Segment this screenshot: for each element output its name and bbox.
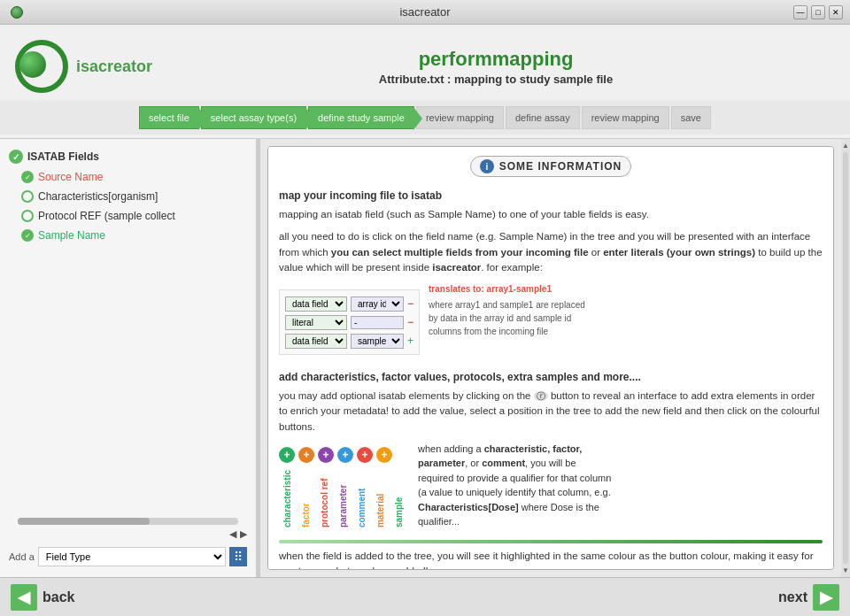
- field-type-2[interactable]: literal: [285, 315, 347, 330]
- tree-item-protocol-ref[interactable]: Protocol REF (sample collect: [0, 206, 256, 226]
- section1-text: mapping an isatab field (such as Sample …: [279, 207, 823, 222]
- step-save[interactable]: save: [671, 106, 711, 129]
- next-arrow-icon: ▶: [813, 584, 839, 611]
- r-button[interactable]: ⓡ: [534, 391, 548, 401]
- window-controls: — □ ✕: [793, 5, 843, 19]
- step-review-mapping-2[interactable]: review mapping: [582, 106, 669, 129]
- gradient-divider: [279, 540, 823, 543]
- sidebar-header: ✓ ISATAB Fields: [0, 146, 256, 167]
- field-diagram: data field array id − literal −: [279, 289, 420, 355]
- material-label: material: [372, 468, 389, 529]
- app-header: isacreator performmapping Attribute.txt …: [0, 25, 850, 139]
- step-define-study[interactable]: define study sample: [308, 106, 414, 129]
- close-button[interactable]: ✕: [829, 5, 843, 19]
- sidebar-header-label: ISATAB Fields: [27, 150, 99, 163]
- field-minus-1[interactable]: −: [407, 296, 413, 312]
- field-val-1[interactable]: array id: [351, 296, 404, 312]
- protocol-btn[interactable]: +: [357, 447, 373, 463]
- right-scrollbar[interactable]: ▲ ▼: [841, 139, 850, 577]
- parameter-label: parameter: [335, 468, 352, 529]
- field-minus-2[interactable]: −: [407, 314, 413, 330]
- comment-label: comment: [353, 468, 370, 529]
- add-columns-button[interactable]: ⠿: [229, 547, 247, 566]
- factor-label: factor: [298, 468, 314, 529]
- protocol-ref-icon: [21, 210, 34, 222]
- characteristics-icon: [21, 190, 34, 203]
- app-container: isacreator performmapping Attribute.txt …: [0, 25, 850, 616]
- logo-text-label: isacreator: [76, 58, 152, 75]
- next-label: next: [778, 589, 808, 605]
- step-label: define assay: [515, 112, 570, 123]
- step-label: review mapping: [591, 112, 660, 123]
- parameter-btn[interactable]: +: [318, 447, 334, 463]
- back-label: back: [42, 589, 74, 605]
- add-label: Add a: [9, 551, 35, 562]
- color-buttons-column: + + + + + + characteristic factor: [279, 442, 407, 533]
- sample-btn[interactable]: +: [279, 447, 295, 463]
- scroll-right-arrow[interactable]: ▶: [240, 528, 247, 540]
- info-box-header: i SOME INFORMATION: [470, 156, 631, 177]
- sidebar-btn-group: ⠿: [229, 547, 247, 566]
- step-label: select assay type(s): [211, 112, 297, 123]
- protocol-ref-label: Protocol REF (sample collect: [38, 210, 175, 222]
- field-row-3: data field sample id +: [285, 333, 413, 349]
- step-select-assay[interactable]: select assay type(s): [201, 106, 306, 129]
- tree-item-characteristics[interactable]: Characteristics[organism]: [0, 187, 256, 206]
- section2-title: add characteristics, factor values, prot…: [279, 369, 823, 385]
- field-literal-1[interactable]: [351, 316, 404, 329]
- sidebar-scrollbar-thumb: [18, 518, 150, 525]
- step-review-mapping-1[interactable]: review mapping: [416, 106, 504, 129]
- field-val-3[interactable]: sample id: [351, 334, 404, 349]
- scroll-left-arrow[interactable]: ◀: [229, 528, 236, 540]
- window-close-dot[interactable]: [11, 6, 23, 19]
- header-center: performmapping Attribute.txt : mapping t…: [152, 48, 839, 86]
- material-btn[interactable]: +: [298, 447, 314, 463]
- step-select-file[interactable]: select file: [139, 106, 199, 129]
- vertical-labels: characteristic factor protocol ref param…: [279, 468, 407, 529]
- step-define-assay[interactable]: define assay: [506, 106, 580, 129]
- field-plus-3[interactable]: +: [407, 333, 413, 349]
- info-content: map your incoming file to isatab mapping…: [279, 188, 823, 570]
- back-arrow-icon: ◀: [11, 584, 37, 611]
- sample-name-label: Sample Name: [38, 229, 105, 242]
- step-label: save: [681, 112, 701, 123]
- sidebar: ✓ ISATAB Fields ✓ Source Name Characteri…: [0, 139, 257, 577]
- step-label: review mapping: [426, 112, 494, 123]
- wizard-steps: select file select assay type(s) define …: [0, 101, 850, 135]
- characteristic-label: characteristic: [279, 468, 296, 529]
- field-row-2: literal −: [285, 314, 413, 330]
- app-logo: [11, 35, 73, 97]
- maximize-button[interactable]: □: [811, 5, 825, 19]
- scroll-down-arrow[interactable]: ▼: [841, 566, 850, 575]
- sample-label-v: sample: [390, 468, 407, 529]
- page-subtitle: Attribute.txt : mapping to study sample …: [152, 73, 839, 86]
- translates-desc: where array1 and sample1 are replaced by…: [429, 298, 588, 338]
- section1-para2: all you need to do is click on the field…: [279, 229, 823, 275]
- back-button[interactable]: ◀ back: [11, 584, 74, 611]
- section1-title: map your incoming file to isatab: [279, 188, 823, 204]
- qualifier-description: when adding a characteristic, factor, pa…: [418, 442, 613, 529]
- field-type-1[interactable]: data field: [285, 296, 347, 312]
- minimize-button[interactable]: —: [793, 5, 808, 19]
- translates-label: translates to: array1-sample1: [429, 282, 588, 296]
- factor-btn[interactable]: +: [376, 447, 392, 463]
- scroll-up-arrow[interactable]: ▲: [841, 141, 850, 150]
- tree-item-source-name[interactable]: ✓ Source Name: [0, 167, 256, 187]
- comment-btn[interactable]: +: [337, 447, 353, 463]
- field-type-3[interactable]: data field: [285, 334, 347, 349]
- field-type-select[interactable]: Field Type: [38, 547, 226, 566]
- highlight-text: when the field is added to the tree, you…: [279, 549, 823, 570]
- logo-text: isacreator: [76, 58, 152, 76]
- scroll-track: [843, 152, 848, 564]
- tree-item-sample-name[interactable]: ✓ Sample Name: [0, 226, 256, 245]
- step-label: define study sample: [318, 112, 405, 123]
- translates-description: translates to: array1-sample1 where arra…: [429, 282, 588, 338]
- sidebar-footer: Add a Field Type ⠿: [0, 543, 256, 570]
- sidebar-scrollbar[interactable]: [18, 518, 238, 525]
- window-title: isacreator: [399, 5, 450, 19]
- color-buttons-row: + + + + + +: [279, 447, 407, 463]
- next-button[interactable]: next ▶: [778, 584, 839, 611]
- info-title: SOME INFORMATION: [499, 160, 622, 173]
- characteristics-label: Characteristics[organism]: [38, 190, 158, 203]
- protocol-ref-label-v: protocol ref: [316, 468, 333, 529]
